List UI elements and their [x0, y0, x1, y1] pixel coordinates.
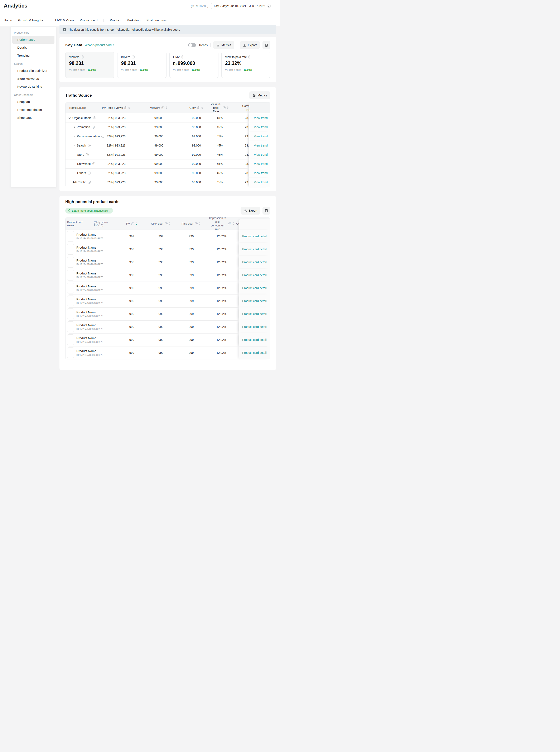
help-icon[interactable]: ?: [92, 126, 95, 128]
sort-icon[interactable]: [128, 106, 130, 109]
nav-item-marketing[interactable]: Marketing: [127, 18, 140, 26]
trends-toggle[interactable]: [188, 43, 196, 47]
help-icon[interactable]: ?: [165, 222, 167, 225]
product-card-detail-link[interactable]: Product card detail: [242, 248, 267, 251]
product-thumbnail: [67, 257, 74, 268]
view-trend-link[interactable]: View trend: [254, 144, 268, 147]
sidebar-item[interactable]: Details: [11, 44, 56, 52]
column-header-viewers[interactable]: Viewers?: [135, 106, 182, 110]
help-icon[interactable]: ?: [88, 181, 91, 184]
help-icon[interactable]: ?: [161, 106, 164, 110]
column-header-pv[interactable]: PV?: [118, 222, 146, 225]
help-icon[interactable]: ?: [195, 222, 198, 225]
sidebar-item[interactable]: Shop page: [11, 114, 56, 122]
help-icon[interactable]: ?: [81, 56, 84, 58]
help-icon[interactable]: ?: [132, 56, 135, 58]
view-to-paid-rate-value: 45%: [211, 171, 229, 175]
nav-item-post-purchase[interactable]: Post purchase: [146, 18, 166, 26]
metric-card[interactable]: GMV? Rp999.000 VS last 7 days↑10.00%: [169, 52, 218, 78]
product-card-detail-link[interactable]: Product card detail: [242, 351, 267, 354]
help-icon[interactable]: ?: [93, 162, 95, 165]
help-icon[interactable]: ?: [93, 117, 96, 119]
sidebar-item[interactable]: Shop tab: [11, 98, 56, 106]
copy-clipboard-button[interactable]: [262, 41, 271, 49]
learn-more-diagnostics-link[interactable]: Learn more about diagnostics: [65, 208, 113, 214]
column-header-click-user[interactable]: Click user?: [146, 222, 176, 225]
product-card-detail-link[interactable]: Product card detail: [242, 338, 267, 341]
column-header-pv-ratio-views[interactable]: PV Ratio | Views?: [97, 106, 135, 110]
nav-item-product-card[interactable]: Product card: [80, 18, 97, 26]
nav-item-growth-insights[interactable]: Growth & Insights: [18, 18, 43, 26]
sidebar-item[interactable]: Trending: [11, 52, 56, 59]
metric-card[interactable]: View to paid rate? 23.32% VS last 7 days…: [221, 52, 271, 78]
view-trend-link[interactable]: View trend: [254, 180, 268, 184]
export-button[interactable]: Export: [241, 206, 260, 215]
metrics-button[interactable]: Metrics: [213, 41, 234, 49]
nav-item-live-video[interactable]: LIVE & Video: [55, 18, 74, 26]
help-icon[interactable]: ?: [131, 222, 134, 225]
column-header-paid-user[interactable]: Paid user?: [176, 222, 206, 225]
sort-icon[interactable]: [135, 222, 137, 225]
metric-card[interactable]: Buyers? 98,231 VS last 7 days↑10.00%: [117, 52, 166, 78]
metrics-icon: [216, 43, 220, 47]
nav-item-product[interactable]: Product: [110, 18, 121, 26]
chevron-right-icon: [113, 44, 114, 46]
product-card-detail-link[interactable]: Product card detail: [242, 286, 267, 290]
gmv-value: 99.000: [182, 153, 211, 156]
product-name: Product Name: [76, 272, 103, 275]
metric-card[interactable]: Viewers? 98,231 VS last 7 days↑10.00%: [65, 52, 114, 78]
copy-clipboard-button[interactable]: [262, 206, 271, 215]
view-trend-link[interactable]: View trend: [254, 171, 268, 175]
pv-value: 999: [118, 338, 146, 341]
column-header-impression-to-click[interactable]: Impression to click conversion rate?: [206, 216, 236, 231]
product-card-detail-link[interactable]: Product card detail: [242, 312, 267, 316]
sort-icon[interactable]: [233, 222, 234, 225]
product-card-detail-link[interactable]: Product card detail: [242, 260, 267, 264]
column-header-gmv[interactable]: GMV?: [182, 106, 210, 110]
sort-icon[interactable]: [199, 222, 200, 225]
nav-item-home[interactable]: Home: [4, 18, 12, 26]
product-card-detail-link[interactable]: Product card detail: [242, 325, 267, 329]
export-button[interactable]: Export: [240, 41, 260, 49]
sort-icon[interactable]: [227, 106, 228, 109]
metrics-button[interactable]: Metrics: [249, 92, 271, 99]
view-trend-link[interactable]: View trend: [254, 116, 268, 120]
sidebar-item[interactable]: Recommendation: [11, 106, 56, 114]
product-card-detail-link[interactable]: Product card detail: [242, 235, 267, 238]
view-trend-link[interactable]: View trend: [254, 135, 268, 138]
expand-chevron-icon[interactable]: [73, 126, 75, 128]
help-icon[interactable]: ?: [197, 106, 200, 110]
sidebar-item[interactable]: Store keywords: [11, 75, 56, 83]
click-user-value: 999: [146, 248, 176, 251]
what-is-product-card-link[interactable]: What is product card: [85, 43, 114, 47]
expand-chevron-icon[interactable]: [73, 135, 75, 137]
help-icon[interactable]: ?: [248, 56, 251, 58]
sidebar-item[interactable]: Keywords ranking: [11, 83, 56, 91]
traffic-source-label: Others: [77, 171, 86, 175]
sort-icon[interactable]: [169, 222, 171, 225]
help-icon[interactable]: ?: [88, 144, 91, 147]
date-range-picker[interactable]: Last 7 days: Jun 01, 2021 – Jun 07, 2021: [211, 3, 273, 9]
help-icon[interactable]: ?: [228, 222, 232, 225]
help-icon[interactable]: ?: [223, 106, 225, 110]
sidebar-item[interactable]: Performance: [12, 36, 55, 44]
product-card-detail-link[interactable]: Product card detail: [242, 299, 267, 303]
product-name: Product Name: [76, 336, 103, 340]
view-trend-link[interactable]: View trend: [254, 153, 268, 156]
product-table-row: Product Name ID:17284678980283976 999 99…: [65, 333, 270, 346]
expand-chevron-icon[interactable]: [68, 117, 71, 119]
help-icon[interactable]: ?: [124, 106, 127, 110]
product-name: Product Name: [76, 233, 103, 236]
paid-user-value: 999: [176, 351, 206, 354]
sort-icon[interactable]: [201, 106, 203, 109]
view-trend-link[interactable]: View trend: [254, 125, 268, 129]
help-icon[interactable]: ?: [88, 172, 91, 175]
product-card-detail-link[interactable]: Product card detail: [242, 273, 267, 277]
expand-chevron-icon[interactable]: [73, 144, 75, 146]
sidebar-item[interactable]: Product title optimizer: [11, 67, 56, 75]
column-header-view-to-paid-rate[interactable]: View-to-paid Rate?: [210, 102, 229, 113]
view-trend-link[interactable]: View trend: [254, 162, 268, 165]
sort-icon[interactable]: [166, 106, 167, 109]
help-icon[interactable]: ?: [181, 56, 184, 58]
help-icon[interactable]: ?: [86, 153, 89, 156]
